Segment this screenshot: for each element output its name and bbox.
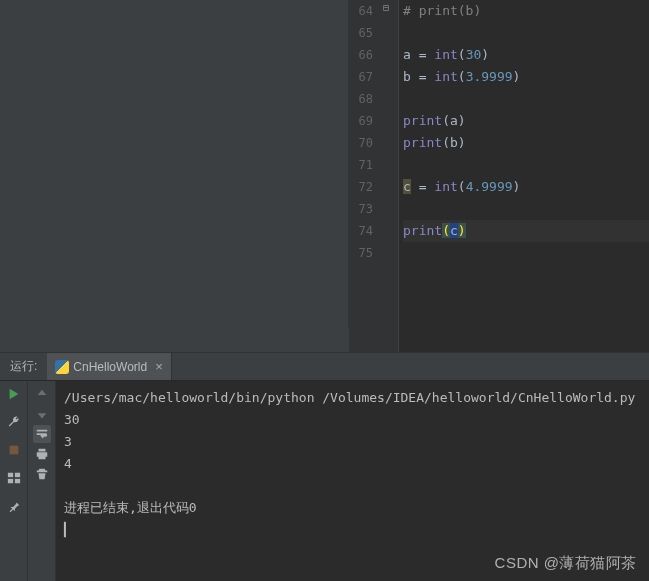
- layout-icon[interactable]: [5, 469, 23, 487]
- fold-column[interactable]: ⊟: [381, 0, 399, 352]
- trash-icon[interactable]: [33, 465, 51, 483]
- run-toolbar-left: [0, 381, 28, 581]
- svg-rect-2: [14, 473, 19, 477]
- svg-rect-4: [14, 479, 19, 483]
- run-header: 运行: CnHelloWorld ×: [0, 353, 649, 381]
- run-body: /Users/mac/helloworld/bin/python /Volume…: [0, 381, 649, 581]
- svg-rect-1: [7, 473, 12, 477]
- pin-icon[interactable]: [5, 497, 23, 515]
- console-output[interactable]: /Users/mac/helloworld/bin/python /Volume…: [56, 381, 649, 581]
- run-tab[interactable]: CnHelloWorld ×: [47, 353, 171, 380]
- svg-rect-0: [9, 446, 18, 455]
- close-icon[interactable]: ×: [155, 359, 163, 374]
- run-label: 运行:: [0, 358, 47, 375]
- down-arrow-icon[interactable]: [33, 405, 51, 423]
- run-tab-title: CnHelloWorld: [73, 360, 147, 374]
- print-icon[interactable]: [33, 445, 51, 463]
- fold-marker-icon[interactable]: ⊟: [383, 2, 389, 13]
- python-icon: [55, 360, 69, 374]
- code-panel: 64 65 66 67 68 69 70 71 72 73 74 75 ⊟ # …: [349, 0, 649, 352]
- wrench-icon[interactable]: [5, 413, 23, 431]
- up-arrow-icon[interactable]: [33, 385, 51, 403]
- svg-rect-3: [7, 479, 12, 483]
- project-tree-panel[interactable]: [0, 0, 349, 328]
- line-number-gutter[interactable]: 64 65 66 67 68 69 70 71 72 73 74 75: [349, 0, 381, 352]
- code-editor[interactable]: # print(b) a = int(30) b = int(3.9999) p…: [399, 0, 649, 352]
- soft-wrap-icon[interactable]: [33, 425, 51, 443]
- editor-area: 64 65 66 67 68 69 70 71 72 73 74 75 ⊟ # …: [0, 0, 649, 352]
- run-toolbar-right: [28, 381, 56, 581]
- run-tool-window: 运行: CnHelloWorld × /Users/mac/helloworld…: [0, 352, 649, 581]
- stop-icon[interactable]: [5, 441, 23, 459]
- rerun-icon[interactable]: [5, 385, 23, 403]
- watermark: CSDN @薄荷猫阿茶: [495, 554, 637, 573]
